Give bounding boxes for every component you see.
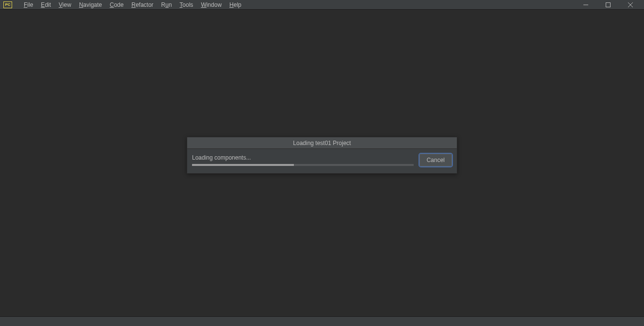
- app-icon: PC: [3, 1, 12, 8]
- dialog-title: Loading test01 Project: [187, 137, 457, 149]
- menu-help[interactable]: Help: [225, 0, 245, 9]
- menu-tools[interactable]: Tools: [176, 0, 197, 9]
- close-button[interactable]: [619, 0, 642, 10]
- menubar: PC File Edit View Navigate Code Refactor…: [0, 0, 644, 10]
- loading-dialog: Loading test01 Project Loading component…: [187, 137, 457, 174]
- progress-label: Loading components...: [192, 154, 414, 161]
- window-controls: [575, 0, 642, 10]
- cancel-button[interactable]: Cancel: [419, 154, 452, 166]
- menu-run[interactable]: Run: [157, 0, 176, 9]
- menu-view[interactable]: View: [55, 0, 75, 9]
- maximize-button[interactable]: [597, 0, 619, 10]
- app-icon-text: PC: [5, 3, 10, 7]
- progress-section: Loading components...: [192, 154, 414, 166]
- svg-rect-1: [606, 2, 611, 7]
- dialog-body: Loading components... Cancel: [187, 149, 457, 173]
- close-icon: [628, 2, 633, 7]
- progress-fill: [192, 164, 294, 166]
- menu-items: File Edit View Navigate Code Refactor Ru…: [20, 0, 245, 9]
- menu-code[interactable]: Code: [106, 0, 128, 9]
- menu-window[interactable]: Window: [197, 0, 225, 9]
- menu-file[interactable]: File: [20, 0, 37, 9]
- menu-edit[interactable]: Edit: [37, 0, 55, 9]
- menu-navigate[interactable]: Navigate: [75, 0, 106, 9]
- maximize-icon: [606, 2, 611, 7]
- progress-bar: [192, 164, 414, 166]
- minimize-icon: [583, 2, 588, 7]
- status-bar: [0, 316, 644, 326]
- menu-refactor[interactable]: Refactor: [128, 0, 157, 9]
- minimize-button[interactable]: [575, 0, 597, 10]
